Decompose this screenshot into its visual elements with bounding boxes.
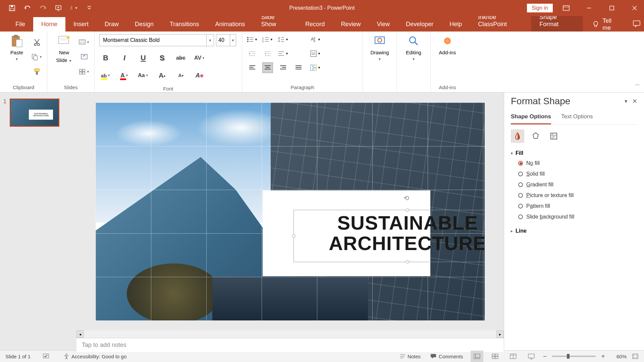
cut-icon[interactable] — [32, 37, 42, 48]
slide-background-fill-radio[interactable]: Slide background fill — [518, 214, 637, 220]
save-icon[interactable] — [8, 4, 16, 12]
font-color-button[interactable]: A▼ — [118, 70, 131, 81]
thumbnail-1[interactable]: 1 SUSTAINABLE ARCHITECTURE — [3, 99, 73, 127]
tab-animations[interactable]: Animations — [207, 17, 253, 32]
new-slide-button[interactable]: New Slide ▼ — [52, 34, 76, 63]
tab-file[interactable]: File — [7, 17, 33, 32]
solid-fill-radio[interactable]: Solid fill — [518, 171, 637, 177]
bold-button[interactable]: B — [99, 52, 112, 64]
zoom-level[interactable]: 60% — [610, 354, 627, 359]
pattern-fill-radio[interactable]: Pattern fill — [518, 203, 637, 209]
tab-home[interactable]: Home — [33, 17, 65, 32]
close-icon[interactable] — [625, 0, 644, 16]
layout-icon[interactable]: ▼ — [79, 37, 90, 48]
horizontal-scrollbar[interactable]: ◄ ► — [76, 330, 504, 338]
numbering-button[interactable]: 123▼ — [262, 34, 273, 45]
reading-view-icon[interactable] — [507, 351, 520, 362]
italic-button[interactable]: I — [118, 52, 131, 64]
bullets-button[interactable]: ▼ — [247, 34, 258, 45]
rotate-handle-icon[interactable]: ⟲ — [404, 194, 409, 202]
line-section-header[interactable]: ▸ Line — [511, 227, 637, 235]
text-options-tab[interactable]: Text Options — [561, 111, 593, 124]
paste-button[interactable]: Paste ▼ — [5, 34, 29, 61]
decrease-font-icon[interactable]: A▾ — [174, 70, 187, 81]
slide-counter[interactable]: Slide 1 of 1 — [5, 354, 31, 359]
align-left-button[interactable] — [247, 62, 258, 73]
clear-formatting-icon[interactable]: A◆ — [193, 70, 206, 81]
picture-fill-radio[interactable]: Picture or texture fill — [518, 192, 637, 198]
resize-handle[interactable] — [406, 208, 409, 212]
tell-me-search[interactable]: Tell me — [583, 17, 629, 32]
slide-sorter-view-icon[interactable] — [489, 351, 501, 362]
align-center-button[interactable] — [262, 62, 273, 73]
spell-check-icon[interactable] — [43, 353, 49, 359]
slide-title-text[interactable]: SUSTAINABLEARCHITECTURE — [294, 210, 485, 254]
increase-indent-icon[interactable] — [262, 48, 273, 59]
notes-input[interactable]: Tap to add notes — [76, 338, 504, 352]
slideshow-from-start-icon[interactable] — [54, 4, 62, 12]
maximize-icon[interactable] — [602, 0, 621, 16]
accessibility-button[interactable]: Accessibility: Good to go — [61, 351, 128, 362]
tab-help[interactable]: Help — [441, 17, 470, 32]
tab-transitions[interactable]: Transitions — [162, 17, 207, 32]
gradient-fill-radio[interactable]: Gradient fill — [518, 182, 637, 188]
normal-view-icon[interactable] — [471, 351, 483, 362]
decrease-indent-icon[interactable] — [247, 48, 258, 59]
tab-record[interactable]: Record — [297, 17, 333, 32]
fit-to-window-icon[interactable] — [632, 353, 639, 359]
tab-review[interactable]: Review — [333, 17, 369, 32]
text-direction-button[interactable]: A▼ — [310, 34, 321, 45]
align-menu-button[interactable]: ▼ — [278, 48, 288, 59]
reset-icon[interactable] — [79, 52, 90, 62]
shadow-button[interactable]: S — [156, 52, 168, 64]
fill-section-header[interactable]: ▾ Fill — [511, 149, 637, 158]
tab-draw[interactable]: Draw — [97, 17, 127, 32]
font-size-combo[interactable]: ▼ — [216, 34, 236, 46]
underline-button[interactable]: U — [137, 52, 150, 64]
undo-icon[interactable] — [23, 4, 32, 12]
increase-font-icon[interactable]: A▴ — [156, 70, 168, 81]
character-spacing-button[interactable]: AV▼ — [193, 52, 206, 64]
comments-ribbon-icon[interactable] — [629, 16, 644, 32]
scroll-left-icon[interactable]: ◄ — [76, 330, 84, 338]
ribbon-display-options-icon[interactable] — [557, 0, 576, 16]
align-right-button[interactable] — [278, 62, 288, 73]
addins-button[interactable]: Add-ins — [435, 34, 460, 55]
tab-developer[interactable]: Developer — [398, 17, 441, 32]
resize-handle[interactable] — [406, 260, 409, 263]
redo-icon[interactable] — [39, 4, 47, 12]
signin-button[interactable]: Sign in — [527, 4, 553, 12]
align-text-vertical-button[interactable]: ▼ — [310, 48, 321, 59]
font-name-input[interactable] — [100, 35, 214, 46]
zoom-slider[interactable] — [552, 356, 596, 357]
selected-textbox[interactable]: ⟲ SUSTAINABLEARCHITECTURE — [293, 210, 485, 262]
drawing-button[interactable]: Drawing ▼ — [368, 34, 392, 61]
tab-design[interactable]: Design — [127, 17, 162, 32]
change-case-button[interactable]: Aa▼ — [137, 70, 150, 81]
effects-category-icon[interactable] — [529, 129, 542, 143]
resize-handle[interactable] — [292, 234, 296, 238]
touch-mode-icon[interactable]: ▼ — [70, 4, 78, 12]
line-spacing-button[interactable]: ▼ — [278, 34, 288, 45]
font-name-combo[interactable]: ▼ — [99, 34, 214, 46]
smartart-button[interactable]: ▼ — [310, 62, 321, 73]
zoom-out-icon[interactable]: − — [543, 353, 547, 360]
notes-button[interactable]: Notes — [397, 351, 423, 362]
qat-customize-icon[interactable] — [85, 4, 93, 12]
slide-canvas[interactable]: ⟲ SUSTAINABLEARCHITECTURE — [96, 103, 485, 320]
pane-options-icon[interactable]: ▼ — [624, 99, 628, 104]
fill-line-category-icon[interactable] — [511, 129, 524, 143]
justify-button[interactable] — [293, 62, 304, 73]
pane-close-icon[interactable]: ✕ — [632, 98, 637, 105]
shape-options-tab[interactable]: Shape Options — [511, 111, 551, 124]
size-properties-category-icon[interactable] — [547, 129, 560, 143]
minimize-icon[interactable] — [580, 0, 598, 16]
strikethrough-button[interactable]: abc — [174, 52, 187, 64]
copy-icon[interactable]: ▼ — [32, 52, 42, 62]
collapse-ribbon-icon[interactable]: ︿ — [635, 81, 640, 87]
font-size-dropdown-icon[interactable]: ▼ — [230, 35, 236, 46]
editing-button[interactable]: Editing ▼ — [401, 34, 426, 61]
no-fill-radio[interactable]: No fill — [518, 160, 637, 166]
scroll-right-icon[interactable]: ► — [496, 330, 504, 338]
tab-insert[interactable]: Insert — [65, 17, 97, 32]
